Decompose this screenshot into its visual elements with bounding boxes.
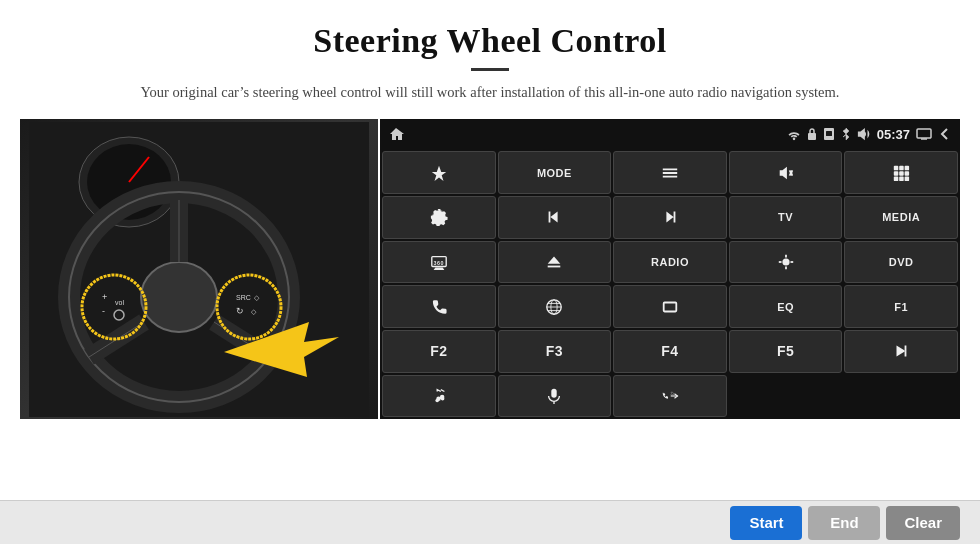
title-section: Steering Wheel Control Your original car… [141,0,840,109]
svg-text:vol: vol [115,299,124,306]
page-title: Steering Wheel Control [141,22,840,60]
svg-rect-24 [808,133,816,140]
btn-list[interactable] [613,151,727,194]
svg-rect-32 [905,166,910,171]
wifi-icon [787,127,801,141]
svg-rect-26 [826,131,832,136]
svg-text:+: + [102,292,107,302]
btn-eq[interactable]: EQ [729,285,843,328]
car-image: + - vol SRC ◇ ↻ ◇ [20,119,378,419]
btn-media[interactable]: MEDIA [844,196,958,239]
lock-icon [807,127,817,141]
btn-dvd[interactable]: DVD [844,241,958,284]
svg-point-43 [782,259,789,266]
end-button[interactable]: End [808,506,880,540]
status-right: 05:37 [787,127,952,142]
svg-rect-37 [899,176,904,181]
svg-point-6 [141,262,217,332]
btn-apps[interactable] [844,151,958,194]
svg-rect-36 [894,176,899,181]
bottom-bar: Start End Clear [0,500,980,544]
btn-settings[interactable] [382,196,496,239]
btn-music[interactable] [382,375,496,418]
svg-point-55 [441,397,445,401]
btn-f5[interactable]: F5 [729,330,843,373]
btn-navigate[interactable] [382,151,496,194]
home-status-icon [388,126,404,142]
status-time: 05:37 [877,127,910,142]
btn-brightness[interactable] [729,241,843,284]
svg-rect-53 [664,302,677,311]
android-panel: 05:37 MODE [380,119,960,419]
title-divider [471,68,509,71]
btn-mute[interactable] [729,151,843,194]
svg-text:360: 360 [433,260,443,266]
svg-text:-: - [102,306,105,316]
svg-rect-30 [894,166,899,171]
btn-360[interactable]: 360 [382,241,496,284]
btn-f2[interactable]: F2 [382,330,496,373]
btn-radio[interactable]: RADIO [613,241,727,284]
back-icon [938,127,952,141]
btn-f4[interactable]: F4 [613,330,727,373]
page-subtitle: Your original car’s steering wheel contr… [141,81,840,103]
steering-wheel-svg: + - vol SRC ◇ ↻ ◇ [29,122,369,417]
steering-wheel-bg: + - vol SRC ◇ ↻ ◇ [20,119,378,419]
bluetooth-icon [841,127,851,141]
btn-mic[interactable] [498,375,612,418]
svg-text:SRC: SRC [236,294,251,301]
svg-rect-33 [894,171,899,176]
sim-icon [823,127,835,141]
screen-icon [916,128,932,140]
svg-rect-42 [548,266,561,268]
svg-rect-56 [552,389,557,398]
svg-rect-34 [899,171,904,176]
status-bar: 05:37 [380,119,960,149]
btn-f1[interactable]: F1 [844,285,958,328]
svg-text:↻: ↻ [236,306,244,316]
svg-rect-38 [905,176,910,181]
content-row: + - vol SRC ◇ ↻ ◇ [0,119,980,419]
speaker-icon [857,127,871,141]
btn-phone[interactable] [382,285,496,328]
svg-point-54 [435,399,439,403]
btn-browser[interactable] [498,285,612,328]
svg-rect-31 [899,166,904,171]
btn-eject[interactable] [498,241,612,284]
svg-rect-35 [905,171,910,176]
button-grid: MODE TV [380,149,960,419]
btn-call[interactable] [613,375,727,418]
btn-prev[interactable] [498,196,612,239]
status-left [388,126,404,142]
btn-mode[interactable]: MODE [498,151,612,194]
btn-tv[interactable]: TV [729,196,843,239]
btn-rect[interactable] [613,285,727,328]
btn-playpause[interactable] [844,330,958,373]
page: Steering Wheel Control Your original car… [0,0,980,544]
start-button[interactable]: Start [730,506,802,540]
btn-next[interactable] [613,196,727,239]
btn-f3[interactable]: F3 [498,330,612,373]
svg-rect-27 [917,129,931,138]
clear-button[interactable]: Clear [886,506,960,540]
